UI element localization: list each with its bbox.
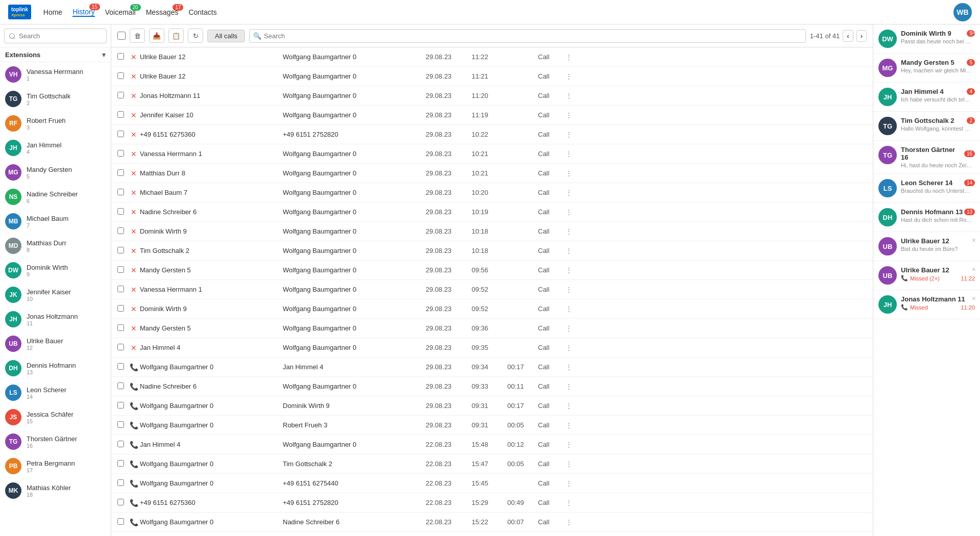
table-row[interactable]: ✕ Nadine Schreiber 6 Wolfgang Baumgartne… (111, 202, 873, 222)
delete-button[interactable]: 🗑 (130, 29, 145, 43)
table-row[interactable]: 📞 Wolfgang Baumgartner 0 Tim Gottschalk … (111, 454, 873, 474)
row-checkbox[interactable] (117, 479, 128, 488)
sidebar-search-input[interactable] (4, 29, 107, 43)
sidebar-extension-item[interactable]: MK Mathias Köhler 18 (0, 478, 111, 503)
filter-all-calls[interactable]: All calls (207, 30, 245, 42)
row-checkbox[interactable] (117, 441, 128, 449)
call-more-button[interactable]: ⋮ (564, 478, 574, 488)
call-more-button[interactable]: ⋮ (564, 323, 574, 333)
table-row[interactable]: ✕ Matthias Durr 8 Wolfgang Baumgartner 0… (111, 164, 873, 183)
list-item[interactable]: MG Mandy Gersten 5 5 Hey, machen wir gle… (873, 54, 980, 83)
list-item[interactable]: TG Thorsten Gärtner 16 16 Hi, hast du he… (873, 141, 980, 174)
call-more-button[interactable]: ⋮ (564, 207, 574, 217)
nav-history[interactable]: History15 (72, 8, 95, 17)
row-checkbox[interactable] (117, 266, 128, 274)
call-more-button[interactable]: ⋮ (564, 440, 574, 449)
sidebar-extension-item[interactable]: TG Tim Gottschalk 2 (0, 87, 111, 111)
list-item[interactable]: JH Jan Himmel 4 4 Ich habe versucht dich… (873, 83, 980, 112)
table-row[interactable]: ✕ Dominik Wirth 9 Wolfgang Baumgartner 0… (111, 222, 873, 241)
sidebar-extension-item[interactable]: JK Jennifer Kaiser 10 (0, 283, 111, 307)
close-icon[interactable]: × (972, 294, 976, 302)
sidebar-extension-item[interactable]: NS Nadine Schreiber 6 (0, 185, 111, 209)
row-checkbox[interactable] (117, 518, 128, 526)
call-more-button[interactable]: ⋮ (564, 130, 574, 139)
table-row[interactable]: ✕ Vanessa Herrmann 1 Wolfgang Baumgartne… (111, 280, 873, 299)
list-item[interactable]: DW Dominik Wirth 9 9 Passt das heute noc… (873, 24, 980, 54)
sidebar-extension-item[interactable]: JH Jan Himmel 4 (0, 136, 111, 160)
list-item[interactable]: JH Jonas Holtzmann 11 📞 Missed 11:20 × (873, 290, 980, 319)
close-icon[interactable]: × (972, 29, 976, 37)
row-checkbox[interactable] (117, 402, 128, 410)
row-checkbox[interactable] (117, 344, 128, 352)
row-checkbox[interactable] (117, 460, 128, 468)
table-row[interactable]: 📞 Wolfgang Baumgartner 0 Jan Himmel 4 29… (111, 358, 873, 377)
row-checkbox[interactable] (117, 305, 128, 313)
call-search-input[interactable] (249, 29, 806, 43)
nav-voicemail[interactable]: Voicemail20 (105, 8, 136, 16)
row-checkbox[interactable] (117, 227, 128, 236)
list-item[interactable]: DH Dennis Hofmann 13 13 Hast du dich sch… (873, 203, 980, 232)
sidebar-extension-item[interactable]: MB Michael Baum 7 (0, 209, 111, 234)
next-page-button[interactable]: › (856, 30, 867, 42)
table-row[interactable]: ✕ Ulrike Bauer 12 Wolfgang Baumgartner 0… (111, 47, 873, 67)
list-item[interactable]: UB Ulrike Bauer 12 Bist du heute im Büro… (873, 232, 980, 261)
table-row[interactable]: ✕ Mandy Gersten 5 Wolfgang Baumgartner 0… (111, 319, 873, 338)
table-row[interactable]: ✕ +49 6151 6275360 +49 6151 2752820 29.0… (111, 125, 873, 144)
table-row[interactable]: ✕ Jennifer Kaiser 10 Wolfgang Baumgartne… (111, 106, 873, 125)
list-item[interactable]: UB Ulrike Bauer 12 📞 Missed (2×) 11:22 × (873, 261, 980, 290)
refresh-button[interactable]: ↻ (188, 29, 203, 43)
table-row[interactable]: ✕ Tim Gottschalk 2 Wolfgang Baumgartner … (111, 241, 873, 261)
call-more-button[interactable]: ⋮ (564, 343, 574, 352)
row-checkbox[interactable] (117, 499, 128, 507)
table-row[interactable]: ✕ Jonas Holtzmann 11 Wolfgang Baumgartne… (111, 86, 873, 106)
row-checkbox[interactable] (117, 208, 128, 216)
call-more-button[interactable]: ⋮ (564, 246, 574, 256)
call-more-button[interactable]: ⋮ (564, 285, 574, 294)
call-more-button[interactable]: ⋮ (564, 91, 574, 100)
row-checkbox[interactable] (117, 421, 128, 429)
list-item[interactable]: TG Tim Gottschalk 2 2 Hallo Wolfgang, kö… (873, 112, 980, 141)
table-row[interactable]: 📞 Wolfgang Baumgartner 0 Robert Frueh 3 … (111, 416, 873, 435)
call-more-button[interactable]: ⋮ (564, 401, 574, 411)
sidebar-extension-item[interactable]: MD Matthias Durr 8 (0, 234, 111, 258)
table-row[interactable]: ✕ Mandy Gersten 5 Wolfgang Baumgartner 0… (111, 261, 873, 280)
row-checkbox[interactable] (117, 247, 128, 255)
call-more-button[interactable]: ⋮ (564, 265, 574, 275)
call-more-button[interactable]: ⋮ (564, 362, 574, 372)
row-checkbox[interactable] (117, 72, 128, 81)
row-checkbox[interactable] (117, 150, 128, 158)
export-button[interactable]: 📋 (168, 29, 184, 43)
table-row[interactable]: 📞 +49 6151 6275360 +49 6151 2752820 22.0… (111, 493, 873, 513)
call-more-button[interactable]: ⋮ (564, 381, 574, 391)
table-row[interactable]: 📞 Wolfgang Baumgartner 0 +49 6151 627544… (111, 474, 873, 493)
call-more-button[interactable]: ⋮ (564, 168, 574, 178)
row-checkbox[interactable] (117, 111, 128, 119)
sidebar-extension-item[interactable]: PB Petra Bergmann 17 (0, 454, 111, 478)
nav-home[interactable]: Home (43, 8, 62, 16)
table-row[interactable]: ✕ Ulrike Bauer 12 Wolfgang Baumgartner 0… (111, 67, 873, 86)
nav-contacts[interactable]: Contacts (188, 8, 216, 16)
call-more-button[interactable]: ⋮ (564, 304, 574, 314)
call-more-button[interactable]: ⋮ (564, 149, 574, 159)
row-checkbox[interactable] (117, 169, 128, 177)
sidebar-extension-item[interactable]: DW Dominik Wirth 9 (0, 258, 111, 283)
table-row[interactable]: 📞 Wolfgang Baumgartner 0 Nadine Schreibe… (111, 513, 873, 532)
select-all-checkbox[interactable] (117, 32, 126, 40)
table-row[interactable]: 📞 Jan Himmel 4 Wolfgang Baumgartner 0 22… (111, 435, 873, 454)
table-row[interactable]: ✕ Michael Baum 7 Wolfgang Baumgartner 0 … (111, 183, 873, 202)
row-checkbox[interactable] (117, 363, 128, 371)
call-more-button[interactable]: ⋮ (564, 420, 574, 430)
row-checkbox[interactable] (117, 131, 128, 139)
call-more-button[interactable]: ⋮ (564, 517, 574, 527)
chevron-down-icon[interactable]: ▾ (102, 51, 106, 59)
sidebar-extension-item[interactable]: DH Dennis Hofmann 13 (0, 356, 111, 380)
table-row[interactable]: ✕ Vanessa Herrmann 1 Wolfgang Baumgartne… (111, 144, 873, 164)
row-checkbox[interactable] (117, 324, 128, 333)
sidebar-extension-item[interactable]: UB Ulrike Bauer 12 (0, 331, 111, 356)
list-item[interactable]: LS Leon Scherer 14 14 Brauchst du noch U… (873, 174, 980, 203)
call-more-button[interactable]: ⋮ (564, 71, 574, 81)
sidebar-extension-item[interactable]: TG Thorsten Gärtner 16 (0, 429, 111, 454)
sidebar-extension-item[interactable]: MG Mandy Gersten 5 (0, 160, 111, 185)
call-more-button[interactable]: ⋮ (564, 459, 574, 469)
sidebar-extension-item[interactable]: JS Jessica Schäfer 15 (0, 405, 111, 429)
